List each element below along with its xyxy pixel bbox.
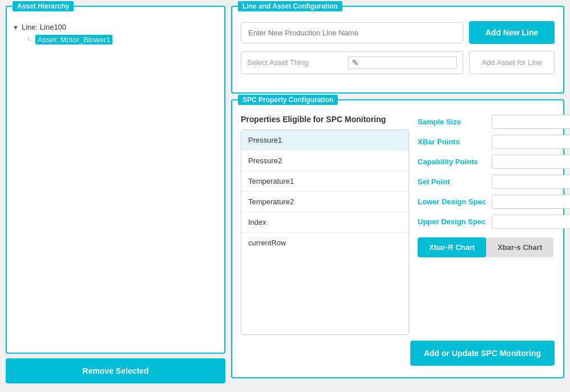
capability-points-input[interactable] bbox=[492, 155, 570, 169]
tree-indent-icon: └ bbox=[26, 37, 35, 43]
select-asset-wrapper[interactable]: Select Asset Thing ✎ bbox=[241, 51, 463, 74]
set-point-input[interactable] bbox=[492, 175, 570, 189]
chart-toggle-group: Xbar-R Chart Xbar-s Chart bbox=[418, 237, 555, 257]
spc-bottom-row: Add or Update SPC Monitoring bbox=[241, 341, 555, 366]
add-new-line-button[interactable]: Add New Line bbox=[469, 21, 555, 44]
select-asset-row: Select Asset Thing ✎ Add Asset for Line bbox=[241, 51, 555, 74]
upper-design-spec-label: Upper Design Spec bbox=[418, 217, 492, 226]
xbar-s-chart-button[interactable]: Xbar-s Chart bbox=[486, 237, 553, 257]
add-asset-button: Add Asset for Line bbox=[469, 51, 555, 74]
edit-icon[interactable]: ✎ bbox=[348, 56, 457, 69]
list-item[interactable]: Pressure1 bbox=[241, 130, 409, 151]
spc-fields-section: Sample Size XBar Points Capability Point… bbox=[418, 115, 555, 335]
spc-config-panel: SPC Property Configuration Properties El… bbox=[231, 99, 564, 378]
tree-area: ▼ Line: Line100 └ Asset: Motor_Blower1 bbox=[13, 21, 219, 46]
production-line-input[interactable] bbox=[241, 22, 463, 43]
lower-design-spec-row: Lower Design Spec bbox=[418, 195, 555, 209]
spc-config-title: SPC Property Configuration bbox=[238, 95, 338, 105]
spc-properties-section: Properties Eligible for SPC Monitoring P… bbox=[241, 115, 409, 335]
set-point-row: Set Point bbox=[418, 175, 555, 189]
sample-size-label: Sample Size bbox=[418, 118, 492, 126]
tree-asset-node[interactable]: └ Asset: Motor_Blower1 bbox=[26, 33, 219, 46]
production-line-row: Add New Line bbox=[241, 21, 555, 44]
tree-line-node[interactable]: ▼ Line: Line100 bbox=[13, 21, 219, 33]
list-item[interactable]: Index bbox=[241, 212, 409, 233]
tree-toggle-icon[interactable]: ▼ bbox=[13, 24, 22, 31]
tree-line-label: Line: Line100 bbox=[22, 23, 66, 31]
xbar-r-chart-button[interactable]: Xbar-R Chart bbox=[418, 237, 486, 257]
lower-design-spec-input[interactable] bbox=[492, 195, 570, 209]
asset-hierarchy-panel: Asset Hierarchy ▼ Line: Line100 └ Asset:… bbox=[6, 6, 225, 354]
select-asset-placeholder: Select Asset Thing bbox=[247, 58, 348, 67]
lower-design-spec-label: Lower Design Spec bbox=[418, 197, 492, 206]
list-item[interactable]: Temperature1 bbox=[241, 171, 409, 192]
sample-size-row: Sample Size bbox=[418, 115, 555, 129]
add-update-spc-button[interactable]: Add or Update SPC Monitoring bbox=[410, 341, 555, 366]
set-point-label: Set Point bbox=[418, 177, 492, 186]
asset-hierarchy-title: Asset Hierarchy bbox=[13, 1, 74, 11]
capability-points-row: Capability Points bbox=[418, 155, 555, 169]
upper-design-spec-input[interactable] bbox=[492, 215, 570, 229]
sample-size-input[interactable] bbox=[492, 115, 570, 129]
line-asset-config-panel: Line and Asset Configuration Add New Lin… bbox=[231, 6, 564, 94]
upper-design-spec-row: Upper Design Spec bbox=[418, 215, 555, 229]
list-item[interactable]: currentRow bbox=[241, 233, 409, 253]
property-list: Pressure1 Pressure2 Temperature1 Tempera… bbox=[241, 130, 409, 335]
list-item[interactable]: Temperature2 bbox=[241, 192, 409, 212]
xbar-points-input[interactable] bbox=[492, 135, 570, 149]
xbar-points-row: XBar Points bbox=[418, 135, 555, 149]
xbar-points-label: XBar Points bbox=[418, 138, 492, 146]
spc-properties-heading: Properties Eligible for SPC Monitoring bbox=[241, 115, 409, 124]
remove-selected-button[interactable]: Remove Selected bbox=[6, 358, 225, 383]
line-asset-config-title: Line and Asset Configuration bbox=[238, 1, 342, 11]
capability-points-label: Capability Points bbox=[418, 157, 492, 166]
tree-asset-label[interactable]: Asset: Motor_Blower1 bbox=[35, 35, 112, 45]
list-item[interactable]: Pressure2 bbox=[241, 151, 409, 171]
spc-inner: Properties Eligible for SPC Monitoring P… bbox=[241, 115, 555, 335]
